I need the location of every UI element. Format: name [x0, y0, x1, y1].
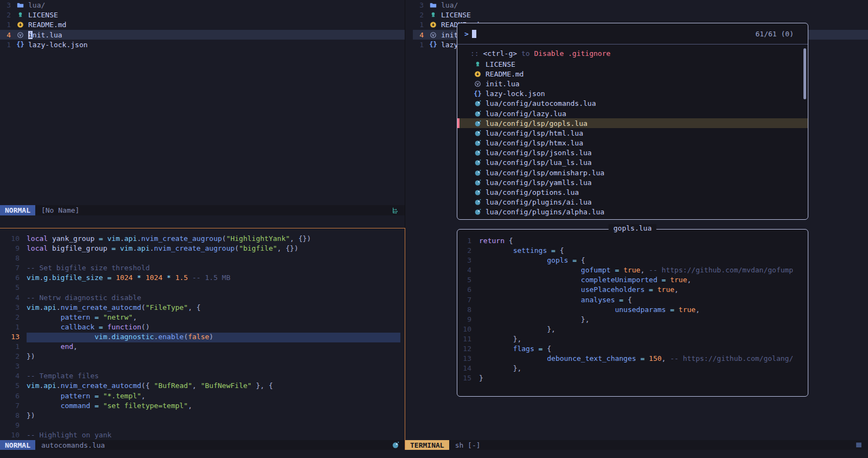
folder-icon: [429, 1, 437, 9]
code-line[interactable]: 10-- Highlight on yank: [0, 431, 400, 441]
line-number: 10: [457, 325, 471, 335]
mode-badge: NORMAL: [0, 205, 35, 215]
line-number: 9: [0, 421, 20, 431]
line-number: 4: [0, 31, 11, 39]
code-text: }): [27, 352, 400, 362]
code-text: }): [27, 411, 400, 421]
file-name: lua/config/lsp/gopls.lua: [486, 119, 588, 128]
finder-item[interactable]: init.lua: [457, 79, 808, 88]
prompt-separator: [457, 44, 808, 44]
code-line[interactable]: 2 pattern = "netrw",: [0, 313, 400, 323]
preview-title: gopls.lua: [609, 224, 656, 232]
code-line[interactable]: 7-- Set bigfile size threshold: [0, 264, 400, 273]
line-number: 2: [457, 246, 471, 256]
code-text: gopls = {: [479, 256, 808, 266]
code-line[interactable]: 3: [0, 362, 400, 372]
filetree-icon: [392, 207, 399, 214]
finder-item[interactable]: lua/config/lsp/jsonls.lua: [457, 148, 808, 158]
scrollbar[interactable]: [803, 48, 806, 99]
file-row[interactable]: 2LICENSE: [0, 10, 405, 20]
finder-item[interactable]: LICENSE: [457, 59, 808, 69]
line-number: 11: [457, 335, 471, 345]
code-text: [27, 362, 400, 372]
code-line[interactable]: 3vim.api.nvim_create_autocmd("FileType",…: [0, 303, 400, 313]
file-name: lua/config/lsp/htmx.lua: [486, 139, 583, 147]
finder-item[interactable]: lua/config/plugins/alpha.lua: [457, 207, 808, 217]
line-number: 9: [457, 315, 471, 325]
code-line: 6 usePlaceholders = true,: [457, 285, 808, 295]
license-icon: [474, 60, 482, 68]
list-icon: [855, 441, 863, 449]
code-text: [27, 283, 400, 293]
code-line[interactable]: 5: [0, 283, 400, 293]
code-line[interactable]: 1 end,: [0, 342, 400, 352]
selection-indicator: [457, 118, 459, 128]
finder-item[interactable]: lua/config/lsp/omnisharp.lua: [457, 168, 808, 177]
file-row[interactable]: 1{}lazy-lock.json: [0, 40, 405, 49]
code-line[interactable]: 6 pattern = "*.templ",: [0, 392, 400, 402]
code-text: -- Set bigfile size threshold: [27, 264, 400, 273]
line-number: 15: [457, 374, 471, 384]
lua-icon: [474, 158, 482, 167]
statusline-file: [No Name]: [41, 206, 79, 214]
finder-item[interactable]: README.md: [457, 69, 808, 79]
line-number: 7: [0, 402, 20, 411]
code-line[interactable]: 7 command = "set filetype=templ",: [0, 402, 400, 411]
file-row[interactable]: 2LICENSE: [413, 10, 868, 20]
code-line[interactable]: 4-- Netrw diagnostic disable: [0, 294, 400, 303]
finder-item[interactable]: lua/config/lsp/html.lua: [457, 128, 808, 138]
code-text: },: [479, 325, 808, 335]
vim-icon: [474, 80, 482, 88]
code-line[interactable]: 9: [0, 421, 400, 431]
file-row[interactable]: 1README.md: [0, 20, 405, 30]
code-line[interactable]: 13 vim.diagnostic.enable(false): [0, 333, 400, 342]
file-name: README.md: [28, 21, 66, 29]
code-text: vim.g.bigfile_size = 1024 * 1024 * 1.5 -…: [27, 273, 400, 283]
lua-icon: [474, 119, 482, 128]
code-text: end,: [27, 342, 400, 352]
code-line[interactable]: 4-- Template files: [0, 372, 400, 381]
markdown-icon: [429, 21, 437, 29]
finder-item[interactable]: lua/config/lsp/htmx.lua: [457, 138, 808, 148]
code-line[interactable]: 2}): [0, 352, 400, 362]
finder-item[interactable]: lua/config/plugins/ai.lua: [457, 198, 808, 207]
code-line: 3 gopls = {: [457, 256, 808, 266]
code-text: vim.api.nvim_create_autocmd("FileType", …: [27, 303, 400, 313]
code-text: settings = {: [479, 246, 808, 256]
code-line[interactable]: 8}): [0, 411, 400, 421]
line-number: 8: [457, 306, 471, 315]
file-name: lua/config/autocomands.lua: [486, 99, 596, 107]
file-row[interactable]: 3lua/: [413, 0, 868, 10]
lua-icon: [474, 198, 482, 206]
finder-item[interactable]: {}lazy-lock.json: [457, 89, 808, 99]
code-line[interactable]: 9local bigfile_group = vim.api.nvim_crea…: [0, 244, 400, 254]
finder-item[interactable]: lua/config/lsp/gopls.lua: [457, 118, 808, 128]
code-line[interactable]: 8: [0, 254, 400, 264]
finder-item[interactable]: lua/config/lazy.lua: [457, 109, 808, 118]
finder-item[interactable]: lua/config/lsp/lua_ls.lua: [457, 158, 808, 168]
file-name: lua/config/options.lua: [486, 188, 579, 196]
fuzzy-finder-window: > 61/61 (0) :: <ctrl-g> to Disable .giti…: [457, 23, 808, 220]
line-number: 13: [0, 333, 20, 342]
code-text: [27, 254, 400, 264]
file-name: lua/config/lsp/jsonls.lua: [486, 149, 592, 157]
code-line[interactable]: 5vim.api.nvim_create_autocmd({ "BufRead"…: [0, 381, 400, 391]
line-number: 1: [0, 323, 20, 333]
nvim-workspace: 3lua/2LICENSE1README.md4init.lua1{}lazy-…: [0, 0, 868, 458]
preview-code: 1return {2 settings = {3 gopls = {4 gofu…: [457, 230, 808, 384]
line-number: 7: [0, 264, 20, 273]
code-text: -- Template files: [27, 372, 400, 381]
file-name: lazy-lock.json: [28, 41, 88, 49]
code-line[interactable]: 1 callback = function(): [0, 323, 400, 333]
code-text: gofumpt = true, -- https://github.com/mv…: [479, 266, 808, 276]
file-row[interactable]: 4init.lua: [0, 30, 405, 40]
code-line[interactable]: 6vim.g.bigfile_size = 1024 * 1024 * 1.5 …: [0, 273, 400, 283]
finder-item[interactable]: lua/config/options.lua: [457, 187, 808, 197]
finder-item[interactable]: lua/config/lsp/yamlls.lua: [457, 177, 808, 187]
code-text: },: [479, 335, 808, 345]
finder-prompt-row[interactable]: > 61/61 (0): [457, 23, 808, 44]
code-line: 10 },: [457, 325, 808, 335]
file-row[interactable]: 3lua/: [0, 0, 405, 10]
code-line[interactable]: 10local yank_group = vim.api.nvim_create…: [0, 234, 400, 244]
finder-item[interactable]: lua/config/autocomands.lua: [457, 99, 808, 109]
